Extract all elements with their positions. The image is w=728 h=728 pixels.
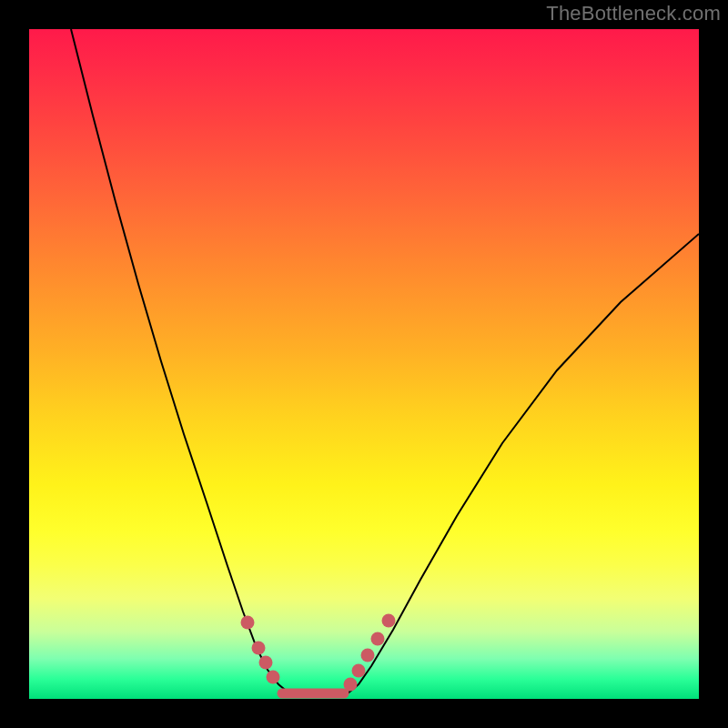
curve-marker [252,642,266,655]
chart-frame: TheBottleneck.com [0,0,728,728]
watermark-text: TheBottleneck.com [546,2,721,25]
curve-marker [382,614,396,628]
curve-marker [259,656,273,670]
curve-marker [267,671,280,684]
curve-marker [371,632,385,646]
curve-marker [344,678,358,692]
plot-area [29,29,699,699]
curve-marker [361,649,375,662]
curve-path [71,29,699,697]
curve-marker [241,616,255,630]
curve-marker [352,664,366,678]
bottleneck-curve [29,29,699,699]
